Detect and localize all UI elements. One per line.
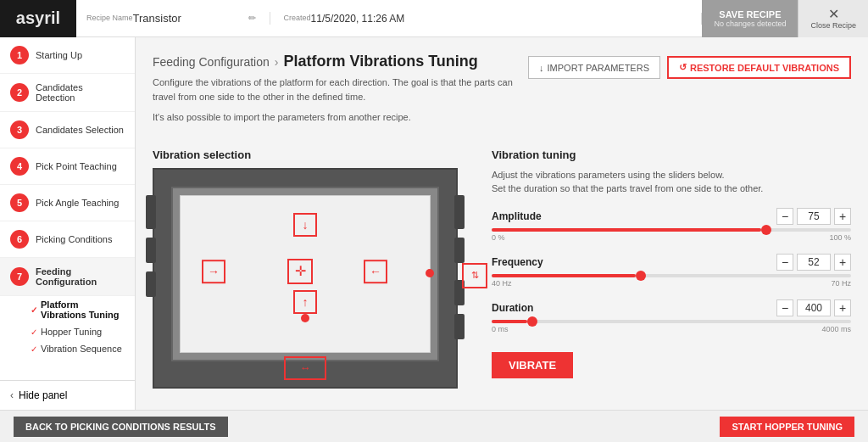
frequency-controls: − 52 + <box>776 254 851 271</box>
duration-min-label: 0 ms <box>492 325 509 333</box>
sidebar-item-picking-conditions[interactable]: 6 Picking Conditions <box>0 221 135 258</box>
page-description-2: It's also possible to import the paramet… <box>153 110 515 125</box>
frequency-slider-thumb[interactable] <box>636 271 646 281</box>
duration-slider-track[interactable] <box>492 320 851 323</box>
sidebar-label-3: Candidates Selection <box>36 125 124 135</box>
back-button[interactable]: BACK TO PICKING CONDITIONS RESULTS <box>14 417 228 437</box>
sidebar-item-starting-up[interactable]: 1 Starting Up <box>0 37 135 74</box>
step-badge-2: 2 <box>10 83 29 102</box>
tuning-description: Adjust the vibrations parameters using t… <box>492 168 851 196</box>
amplitude-value: 75 <box>797 208 831 225</box>
amplitude-minus-button[interactable]: − <box>776 208 793 225</box>
duration-slider-thumb[interactable] <box>527 316 537 327</box>
amplitude-label: Amplitude <box>492 210 542 222</box>
sidebar-sub-hopper-tuning[interactable]: ✓ Hopper Tuning <box>0 323 135 340</box>
separator: › <box>275 55 279 69</box>
duration-row: Duration − 400 + 0 m <box>492 299 851 333</box>
arrow-right-button[interactable]: ← <box>364 260 387 283</box>
frequency-slider-fill <box>492 274 636 277</box>
vibration-selection-title: Vibration selection <box>153 148 475 161</box>
amplitude-slider-row <box>492 228 851 232</box>
arrow-down-button[interactable]: ↑ <box>293 290 317 314</box>
arrow-up-button[interactable]: ↓ <box>293 213 317 237</box>
sidebar-label-6: Picking Conditions <box>36 234 113 244</box>
red-dot-right <box>426 269 434 277</box>
logo: asyril <box>0 0 76 37</box>
close-btn-label: Close Recipe <box>810 21 856 30</box>
save-btn-label: SAVE RECIPE <box>719 9 781 20</box>
edit-icon[interactable]: ✏ <box>248 13 256 24</box>
amplitude-slider-thumb[interactable] <box>761 225 771 235</box>
recipe-label: Recipe Name <box>86 14 133 22</box>
amplitude-max-label: 100 % <box>829 233 851 242</box>
start-hopper-tuning-button[interactable]: START HOPPER TUNING <box>720 417 854 437</box>
frequency-slider-track[interactable] <box>492 274 851 277</box>
recipe-name-input[interactable] <box>133 12 243 25</box>
duration-max-label: 4000 ms <box>821 325 851 333</box>
sidebar-sub-label-platform: Platform Vibrations Tuning <box>41 299 125 320</box>
step-badge-4: 4 <box>10 157 29 176</box>
header: asyril Recipe Name ✏ Created 11/5/2020, … <box>0 0 868 37</box>
arrow-left-button[interactable]: → <box>202 260 225 283</box>
amplitude-slider-fill <box>492 228 761 232</box>
platform-inner: ↓ → ✛ ← ↑ <box>171 187 439 361</box>
sidebar-item-candidates-detection[interactable]: 2 Candidates Detection <box>0 74 135 112</box>
sidebar-item-pick-point[interactable]: 4 Pick Point Teaching <box>0 148 135 185</box>
frequency-max-label: 70 Hz <box>831 279 851 288</box>
arrow-horizontal-button[interactable]: ↔ <box>284 356 326 380</box>
frequency-min-label: 40 Hz <box>492 279 512 288</box>
duration-label: Duration <box>492 302 533 314</box>
sidebar-item-candidates-selection[interactable]: 3 Candidates Selection <box>0 112 135 148</box>
duration-slider-labels: 0 ms 4000 ms <box>492 325 851 333</box>
amplitude-slider-track[interactable] <box>492 228 851 232</box>
footer: BACK TO PICKING CONDITIONS RESULTS START… <box>0 410 868 442</box>
page-description-1: Configure the vibrations of the platform… <box>153 76 515 104</box>
sidebar-sub-label-hopper: Hopper Tuning <box>41 327 102 337</box>
sidebar-label-2: Candidates Detection <box>36 82 125 103</box>
import-parameters-button[interactable]: ↓ IMPORT PARAMETERS <box>528 56 660 79</box>
sidebar-item-feeding-config[interactable]: 7 Feeding Configuration <box>0 258 135 296</box>
sidebar-sub-label-sequence: Vibration Sequence <box>41 344 122 354</box>
frequency-minus-button[interactable]: − <box>776 254 793 271</box>
close-recipe-button[interactable]: ✕ Close Recipe <box>798 0 868 37</box>
center-button[interactable]: ✛ <box>287 259 313 284</box>
frequency-row: Frequency − 52 + 40 <box>492 254 851 288</box>
restore-default-vibrations-button[interactable]: ↺ RESTORE DEFAULT VIBRATIONS <box>667 56 851 79</box>
amplitude-header: Amplitude − 75 + <box>492 208 851 225</box>
vibration-tuning-title: Vibration tuning <box>492 148 851 161</box>
amplitude-plus-button[interactable]: + <box>834 208 851 225</box>
duration-controls: − 400 + <box>776 299 851 316</box>
sidebar-sub-vibration-sequence[interactable]: ✓ Vibration Sequence <box>0 340 135 357</box>
step-badge-3: 3 <box>10 120 29 139</box>
sidebar-label-1: Starting Up <box>36 50 82 60</box>
created-section: Created 11/5/2020, 11:26 AM <box>284 13 703 25</box>
save-recipe-button[interactable]: SAVE RECIPE No changes detected <box>702 0 798 37</box>
sidebar-item-pick-angle[interactable]: 5 Pick Angle Teaching <box>0 185 135 221</box>
step-badge-7: 7 <box>10 267 29 286</box>
duration-plus-button[interactable]: + <box>834 299 851 316</box>
import-icon: ↓ <box>539 63 544 73</box>
header-actions: SAVE RECIPE No changes detected ✕ Close … <box>702 0 868 37</box>
sidebar-sub-platform-vibrations[interactable]: ✓ Platform Vibrations Tuning <box>0 296 135 323</box>
side-vibration-icon[interactable]: ⇅ <box>462 263 487 288</box>
page-title-row: Feeding Configuration › Platform Vibrati… <box>153 53 515 70</box>
step-badge-5: 5 <box>10 193 29 212</box>
frequency-plus-button[interactable]: + <box>834 254 851 271</box>
duration-slider-row <box>492 320 851 323</box>
created-label: Created <box>284 14 311 22</box>
amplitude-controls: − 75 + <box>776 208 851 225</box>
hide-panel-button[interactable]: ‹ Hide panel <box>0 380 135 410</box>
vibration-selection-panel: Vibration selection <box>153 148 475 391</box>
vibrate-button[interactable]: VIBRATE <box>492 352 573 378</box>
sidebar-label-7: Feeding Configuration <box>36 266 125 287</box>
amplitude-slider-labels: 0 % 100 % <box>492 233 851 242</box>
sidebar-label-4: Pick Point Teaching <box>36 161 117 171</box>
duration-minus-button[interactable]: − <box>776 299 793 316</box>
duration-header: Duration − 400 + <box>492 299 851 316</box>
check-icon-hopper: ✓ <box>31 327 37 337</box>
frequency-slider-row <box>492 274 851 277</box>
check-icon-platform: ✓ <box>31 305 37 315</box>
frequency-header: Frequency − 52 + <box>492 254 851 271</box>
breadcrumb: Feeding Configuration <box>153 55 270 69</box>
restore-icon: ↺ <box>679 62 687 73</box>
